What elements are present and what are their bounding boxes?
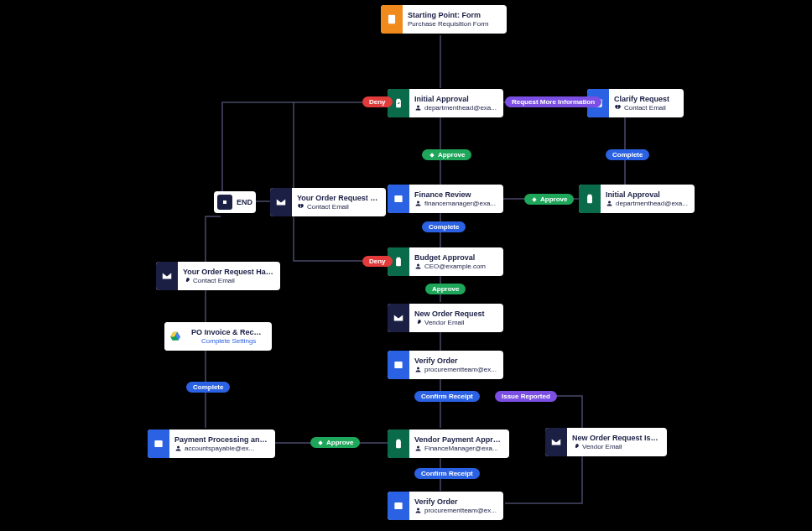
node-po-invoice[interactable]: PO Invoice & Receipt Complete Settings [164,322,272,351]
node-new-order-request[interactable]: New Order Request Vendor Email [388,304,503,332]
node-title: Verify Order [414,497,497,506]
pill-issue-reported[interactable]: Issue Reported [495,391,557,402]
svg-point-12 [417,446,419,449]
svg-rect-8 [394,362,402,368]
node-title: Your Order Request Has Bee... [183,268,273,276]
pill-request-info[interactable]: Request More Information [505,96,601,107]
pill-deny-1[interactable]: Deny [362,96,393,107]
approval-icon [579,185,601,213]
node-title: Budget Approval [414,253,486,262]
user-icon [414,104,422,112]
svg-rect-4 [394,195,402,202]
user-icon [414,445,422,452]
node-finance-review[interactable]: Finance Review financemanager@exa... [388,185,503,213]
tag-icon [429,152,435,159]
node-subtitle: Contact Email [297,203,379,211]
node-subtitle: Vendor Email [572,443,660,450]
node-budget-approval[interactable]: Budget Approval CEO@example.com [388,247,503,276]
node-subtitle: FinanceManager@exa... [414,445,502,452]
node-clarify-request[interactable]: Clarify Request Contact Email [587,89,684,117]
end-label: END [237,198,252,206]
node-initial-approval[interactable]: Initial Approval departmenthead@exa... [388,89,503,117]
svg-point-7 [417,264,419,267]
node-subtitle: Vendor Email [414,319,485,326]
node-title: Initial Approval [414,95,497,103]
pill-deny-2[interactable]: Deny [362,256,393,267]
pill-approve-1[interactable]: Approve [422,149,471,160]
tag-icon [531,196,538,203]
node-title: Finance Review [414,190,496,199]
node-order-request-email[interactable]: Your Order Request Has Bee... Contact Em… [270,188,386,216]
node-title: Payment Processing and Co... [174,435,268,444]
node-subtitle: accountspayable@ex... [174,445,268,452]
task-icon [148,429,169,458]
svg-point-3 [608,201,611,204]
task-icon [388,351,409,379]
node-subtitle: Contact Email [614,104,669,112]
node-subtitle: CEO@example.com [414,263,486,270]
email-icon [156,262,178,290]
node-title: Verify Order [414,357,497,365]
svg-point-9 [417,367,419,370]
node-subtitle: departmenthead@exa... [414,104,497,112]
node-start-form[interactable]: Starting Point: Form Purchase Requisitio… [381,5,507,34]
user-icon [414,263,422,270]
node-title: Starting Point: Form [408,11,488,19]
user-icon [414,200,422,207]
node-title: Initial Approval [606,190,688,199]
user-icon [174,445,182,452]
node-end[interactable]: END [214,191,256,213]
pill-complete-3[interactable]: Complete [186,382,230,393]
node-title: Vendor Payment Approval [414,435,502,444]
email-icon [270,188,292,216]
workflow-canvas[interactable]: Starting Point: Form Purchase Requisitio… [0,0,812,531]
pill-approve-4[interactable]: Approve [310,437,360,448]
pill-complete-2[interactable]: Complete [422,221,466,232]
node-subtitle: procurementteam@ex... [414,366,497,373]
svg-rect-6 [223,200,226,204]
svg-rect-10 [154,440,162,447]
link-icon [414,319,422,326]
plus-icon [191,337,199,345]
email-icon [545,428,567,456]
link-icon [297,203,304,211]
user-icon [414,507,422,514]
pill-approve-2[interactable]: Approve [524,194,574,205]
node-order-issue[interactable]: New Order Request Issue Vendor Email [545,428,667,456]
svg-point-14 [417,508,419,511]
stop-icon [217,195,232,210]
user-icon [606,200,613,207]
approval-icon [388,429,409,458]
drive-icon [164,322,186,351]
node-title: PO Invoice & Receipt [191,328,265,336]
node-title: New Order Request [414,310,485,318]
svg-point-1 [417,106,419,108]
user-icon [414,366,422,373]
pill-confirm-receipt-1[interactable]: Confirm Receipt [414,391,480,402]
svg-rect-13 [394,502,402,509]
svg-point-5 [417,201,419,204]
node-subtitle: Purchase Requisition Form [408,20,488,28]
node-initial-approval-2[interactable]: Initial Approval departmenthead@exa... [579,185,695,213]
pill-approve-3[interactable]: Approve [425,284,466,294]
node-order-request-sent[interactable]: Your Order Request Has Bee... Contact Em… [156,262,280,290]
pill-confirm-receipt-2[interactable]: Confirm Receipt [414,468,480,479]
link-icon [614,104,622,112]
node-verify-order[interactable]: Verify Order procurementteam@ex... [388,351,503,379]
link-icon [183,277,190,284]
node-title: Your Order Request Has Bee... [297,194,379,202]
node-subtitle: departmenthead@exa... [606,200,688,207]
pill-complete-1[interactable]: Complete [606,149,649,160]
node-subtitle: financemanager@exa... [414,200,496,207]
review-icon [388,185,409,213]
svg-rect-0 [388,15,395,24]
task-icon [388,492,409,520]
node-payment-processing[interactable]: Payment Processing and Co... accountspay… [148,429,275,458]
node-verify-order-2[interactable]: Verify Order procurementteam@ex... [388,492,503,520]
complete-settings-link[interactable]: Complete Settings [191,337,265,345]
form-icon [381,5,403,34]
node-title: Clarify Request [614,95,669,103]
node-subtitle: procurementteam@ex... [414,507,497,514]
node-vendor-payment-approval[interactable]: Vendor Payment Approval FinanceManager@e… [388,429,509,458]
link-icon [572,443,580,450]
